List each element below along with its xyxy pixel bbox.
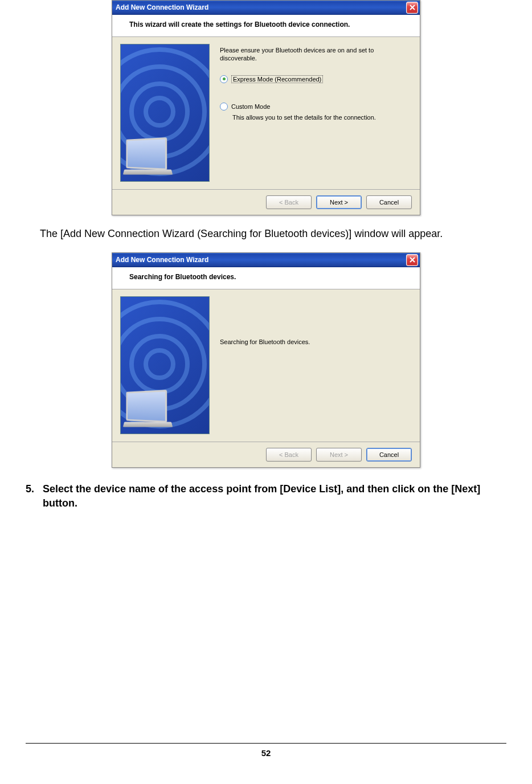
- next-button[interactable]: Next >: [316, 195, 362, 209]
- custom-mode-description: This allows you to set the details for t…: [220, 114, 408, 121]
- wizard-content: Searching for Bluetooth devices.: [112, 289, 420, 442]
- document-paragraph: The [Add New Connection Wizard (Searchin…: [40, 227, 498, 241]
- laptop-icon: [124, 138, 181, 178]
- step-5: 5. Select the device name of the access …: [26, 482, 512, 511]
- radio-button-icon[interactable]: [220, 103, 228, 111]
- button-bar: < Back Next > Cancel: [112, 442, 420, 467]
- wizard-header: Searching for Bluetooth devices.: [112, 267, 420, 289]
- step-number: 5.: [26, 482, 43, 511]
- window-title: Add New Connection Wizard: [116, 256, 406, 264]
- radio-label-express: Express Mode (Recommended): [231, 75, 323, 83]
- window-title: Add New Connection Wizard: [116, 3, 406, 11]
- instruction-text: Please ensure your Bluetooth devices are…: [220, 46, 408, 63]
- step-text: Select the device name of the access poi…: [43, 482, 512, 511]
- footer-divider: [26, 743, 506, 744]
- page-number: 52: [261, 748, 271, 758]
- wizard-dialog-1: Add New Connection Wizard This wizard wi…: [112, 0, 420, 215]
- close-icon[interactable]: [406, 2, 418, 14]
- radio-button-selected-icon[interactable]: [220, 75, 228, 83]
- wizard-right-pane: Searching for Bluetooth devices.: [210, 296, 412, 436]
- wizard-sidebar-image: [120, 296, 210, 434]
- radio-express-row[interactable]: Express Mode (Recommended): [220, 75, 408, 83]
- wizard-dialog-2: Add New Connection Wizard Searching for …: [112, 252, 420, 468]
- titlebar[interactable]: Add New Connection Wizard: [112, 1, 420, 15]
- next-button[interactable]: Next >: [316, 448, 362, 462]
- wizard-right-pane: Please ensure your Bluetooth devices are…: [210, 44, 412, 183]
- radio-custom-row[interactable]: Custom Mode: [220, 103, 408, 111]
- back-button[interactable]: < Back: [266, 448, 312, 462]
- status-text: Searching for Bluetooth devices.: [220, 338, 408, 345]
- radio-label-custom: Custom Mode: [231, 103, 270, 110]
- page-footer: 52: [0, 743, 532, 758]
- close-icon[interactable]: [406, 254, 418, 266]
- cancel-button[interactable]: Cancel: [366, 195, 412, 209]
- titlebar[interactable]: Add New Connection Wizard: [112, 253, 420, 267]
- back-button[interactable]: < Back: [266, 195, 312, 209]
- laptop-icon: [124, 391, 181, 431]
- wizard-header: This wizard will create the settings for…: [112, 15, 420, 37]
- button-bar: < Back Next > Cancel: [112, 189, 420, 215]
- wizard-content: Please ensure your Bluetooth devices are…: [112, 37, 420, 189]
- wizard-sidebar-image: [120, 44, 210, 182]
- cancel-button[interactable]: Cancel: [366, 448, 412, 462]
